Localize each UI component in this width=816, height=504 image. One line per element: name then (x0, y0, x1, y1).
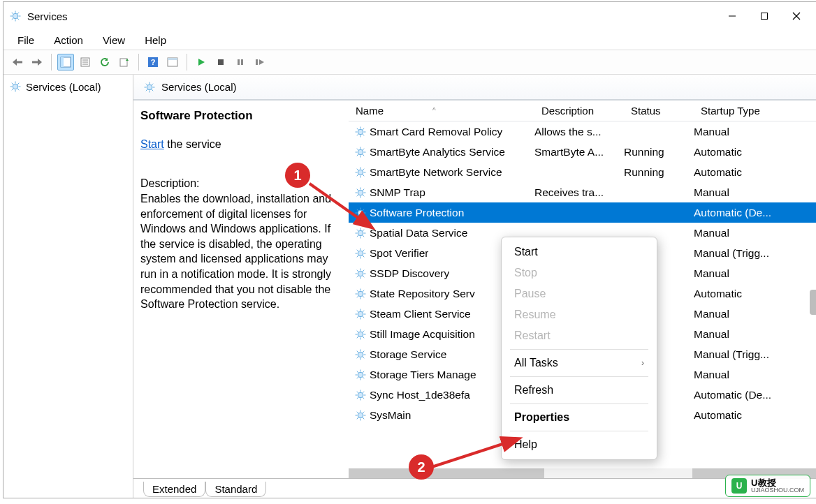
svg-line-63 (363, 154, 364, 156)
context-stop: Stop (502, 262, 657, 283)
properties-button[interactable] (77, 54, 94, 71)
service-startup: Manual (694, 267, 790, 280)
restart-service-button[interactable] (252, 54, 268, 71)
svg-line-38 (17, 83, 19, 84)
start-service-line: Start the service (140, 138, 342, 151)
service-row[interactable]: SNMP TrapReceives tra...Manual (349, 182, 816, 202)
service-name: SmartByte Network Service (370, 166, 502, 179)
context-start[interactable]: Start (502, 242, 657, 262)
svg-point-102 (358, 251, 363, 256)
svg-line-65 (363, 148, 364, 149)
context-all-tasks-label: All Tasks (514, 357, 558, 369)
svg-line-101 (363, 229, 364, 230)
context-restart: Restart (502, 325, 657, 346)
context-all-tasks[interactable]: All Tasks› (502, 353, 657, 373)
tree-root-item[interactable]: Services (Local) (6, 79, 130, 94)
context-separator (510, 431, 648, 431)
maximize-button[interactable] (748, 2, 780, 30)
service-name: SNMP Trap (370, 186, 425, 199)
context-help[interactable]: Help (502, 434, 657, 455)
annotation-badge-2: 2 (409, 454, 434, 480)
service-row[interactable]: Software ProtectionAutomatic (De... (349, 202, 816, 223)
service-startup: Manual (694, 328, 790, 341)
svg-line-83 (363, 188, 364, 190)
stop-service-button[interactable] (212, 54, 229, 71)
svg-line-72 (363, 175, 364, 176)
vertical-scrollbar[interactable] (810, 290, 816, 315)
main-area: Software Protection Start the service De… (133, 100, 816, 478)
gear-icon (354, 308, 367, 320)
service-name: Storage Tiers Manage (370, 369, 476, 381)
help-button[interactable]: ? (145, 54, 161, 71)
service-name-cell: SNMP Trap (349, 186, 534, 199)
svg-line-119 (363, 269, 364, 271)
show-hide-console-button[interactable] (164, 54, 181, 71)
svg-line-44 (146, 83, 147, 84)
svg-line-5 (12, 13, 13, 14)
svg-rect-14 (32, 61, 38, 64)
right-pane-title: Services (Local) (161, 81, 237, 93)
show-hide-tree-button[interactable] (57, 54, 74, 71)
tab-extended[interactable]: Extended (143, 482, 205, 497)
svg-point-93 (358, 230, 363, 236)
service-name-cell: Software Protection (349, 207, 534, 219)
svg-line-144 (363, 336, 364, 338)
svg-point-138 (358, 332, 363, 337)
column-status[interactable]: Status (624, 105, 694, 117)
svg-line-54 (363, 134, 364, 135)
svg-line-127 (357, 296, 358, 297)
svg-line-162 (363, 377, 364, 378)
service-row[interactable]: Smart Card Removal PolicyAllows the s...… (349, 121, 816, 142)
gear-icon (354, 369, 367, 381)
svg-line-153 (363, 357, 364, 358)
context-separator (510, 376, 648, 377)
gear-icon (354, 288, 367, 300)
services-window: Services File Action View Help ? (3, 1, 816, 498)
svg-point-165 (358, 392, 363, 398)
toolbar-separator (138, 54, 139, 71)
context-separator (510, 349, 648, 350)
svg-point-129 (358, 311, 363, 317)
tab-standard[interactable]: Standard (205, 482, 266, 497)
svg-line-135 (363, 316, 364, 318)
service-row[interactable]: SmartByte Network ServiceRunningAutomati… (349, 162, 816, 182)
gear-icon (354, 126, 367, 138)
svg-line-99 (363, 235, 364, 237)
close-button[interactable] (780, 2, 813, 30)
column-startup[interactable]: Startup Type (694, 105, 790, 117)
nav-forward-button[interactable] (29, 54, 45, 71)
svg-point-120 (358, 291, 363, 297)
svg-line-155 (363, 350, 364, 352)
menu-help[interactable]: Help (136, 33, 175, 47)
service-row[interactable]: SmartByte Analytics ServiceSmartByte A..… (349, 142, 816, 162)
svg-point-75 (358, 190, 363, 195)
watermark-sub: UJIAOSHOU.COM (751, 487, 804, 494)
refresh-button[interactable] (96, 54, 113, 71)
menu-file[interactable]: File (9, 33, 43, 47)
service-startup: Manual (694, 308, 790, 320)
svg-line-137 (363, 310, 364, 311)
toolbar-separator (51, 54, 52, 71)
pause-service-button[interactable] (232, 54, 249, 71)
gear-icon (354, 207, 367, 219)
column-description[interactable]: Description (534, 105, 624, 117)
svg-line-146 (363, 330, 364, 332)
toolbar-separator (187, 54, 187, 71)
column-name-label: Name (356, 105, 384, 117)
context-properties[interactable]: Properties (502, 407, 657, 428)
toolbar: ? (3, 50, 816, 75)
start-service-link[interactable]: Start (140, 138, 164, 150)
export-button[interactable] (116, 54, 133, 71)
menu-action[interactable]: Action (45, 33, 92, 47)
menu-view[interactable]: View (94, 33, 133, 47)
context-refresh[interactable]: Refresh (502, 380, 657, 401)
start-service-button[interactable] (193, 54, 210, 71)
column-name[interactable]: Name^ (349, 105, 534, 117)
svg-line-126 (363, 296, 364, 297)
svg-line-107 (357, 249, 358, 251)
watermark-icon: U (731, 478, 747, 494)
service-startup: Manual (694, 186, 790, 199)
nav-back-button[interactable] (9, 54, 26, 71)
minimize-button[interactable] (716, 2, 748, 30)
svg-line-53 (357, 128, 358, 129)
